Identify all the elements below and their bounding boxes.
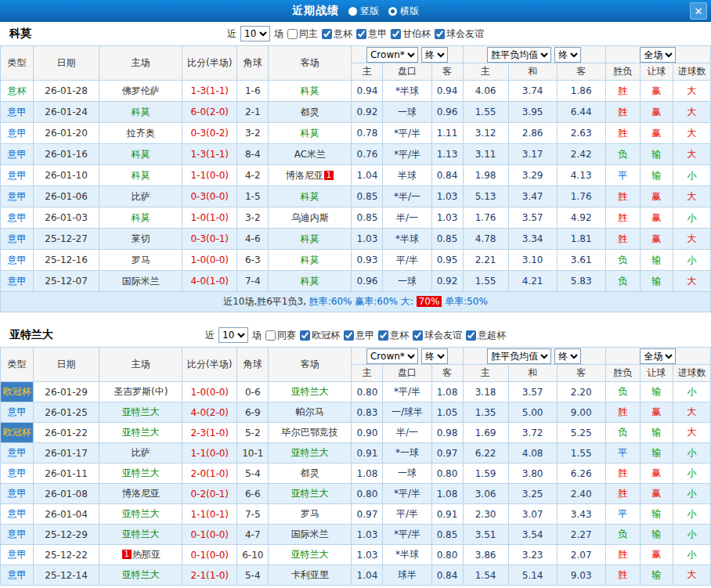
match-score: 1-1(0-0) [182, 165, 237, 186]
filter-option[interactable]: 同主 [287, 27, 318, 41]
home-team-name: 亚特兰大 [122, 528, 160, 539]
radio-horizontal-label: 横版 [400, 5, 419, 18]
odds-company-select[interactable]: Crown* [366, 348, 418, 364]
corners: 6-3 [237, 250, 269, 271]
result-overunder: 大 [673, 186, 710, 207]
filter-option[interactable]: 同赛 [265, 329, 296, 342]
scope-select[interactable]: 全场 [640, 47, 676, 63]
radio-vertical-label: 竖版 [360, 5, 379, 18]
avg-away: 1.86 [557, 81, 605, 102]
filter-checkbox[interactable] [391, 29, 401, 39]
avg-period-select[interactable]: 终 [554, 348, 581, 364]
filter-option[interactable]: 意杯 [378, 329, 409, 342]
match-date: 26-01-20 [34, 123, 99, 144]
result-overunder: 大 [673, 229, 710, 250]
home-team-name: 博洛尼亚 [122, 488, 160, 499]
avg-odds-select[interactable]: 胜平负均值 [487, 47, 551, 63]
avg-draw: 3.29 [508, 165, 557, 186]
filter-checkbox[interactable] [287, 29, 298, 39]
match-count-select[interactable]: 10 [218, 327, 248, 343]
near-label: 近 [205, 329, 215, 342]
close-button[interactable]: ✕ [690, 2, 707, 20]
filter-label: 意甲 [368, 27, 387, 41]
near-label: 近 [227, 27, 236, 41]
avg-home: 1.55 [463, 271, 508, 292]
handicap-line: 一球 [383, 102, 431, 123]
filter-option[interactable]: 意杯 [322, 27, 352, 41]
away-team-name: 亚特兰大 [291, 386, 329, 397]
filter-option[interactable]: 意超杯 [466, 329, 506, 342]
away-team: 科莫 [269, 250, 352, 271]
filter-option[interactable]: 甘伯杯 [391, 27, 431, 41]
away-team: 科莫 [269, 81, 352, 102]
match-row: 意甲26-01-20拉齐奥0-3(0-2)3-2科莫0.78*平/半1.113.… [1, 123, 711, 144]
result-overunder: 小 [673, 464, 710, 484]
filter-checkbox[interactable] [344, 330, 354, 341]
layout-radio-vertical[interactable]: 竖版 [348, 5, 379, 18]
odds-home: 0.83 [352, 402, 383, 423]
filter-checkbox[interactable] [413, 330, 423, 341]
handicap-line: *平/半 [383, 484, 431, 504]
filter-option[interactable]: 意甲 [356, 27, 387, 41]
layout-radio-horizontal[interactable]: 横版 [388, 5, 419, 18]
home-team-name: 科莫 [132, 106, 150, 117]
odds-home: 0.91 [352, 443, 383, 464]
filter-checkbox[interactable] [356, 29, 366, 39]
avg-draw: 3.57 [508, 207, 557, 229]
result-overunder: 小 [673, 504, 710, 525]
handicap-line: *平/半 [383, 382, 431, 402]
stats-segment: 单率:50% [442, 296, 488, 307]
filter-checkbox[interactable] [265, 330, 276, 341]
odds-away: 1.03 [431, 186, 463, 207]
column-header: 客场 [269, 348, 352, 382]
team-filter-bar: 亚特兰大近10场同赛欧冠杯意甲意杯球会友谊意超杯 [0, 323, 711, 347]
result-overunder: 小 [673, 443, 710, 464]
match-date: 26-01-04 [34, 504, 99, 525]
sub-column-header: 主 [463, 365, 508, 382]
match-count-select[interactable]: 10 [240, 26, 270, 41]
avg-period-select[interactable]: 终 [554, 47, 581, 63]
result-overunder: 小 [673, 525, 710, 545]
result-handicap: 输 [640, 423, 673, 443]
odds-group-header: Crown*终 [352, 348, 463, 365]
avg-draw: 3.10 [508, 250, 557, 271]
filter-label: 意杯 [390, 329, 409, 342]
league-type: 意甲 [1, 123, 34, 144]
avg-group-header: 胜平负均值终 [463, 348, 605, 365]
filter-checkbox[interactable] [435, 29, 445, 39]
column-header: 主场 [99, 348, 182, 382]
home-team-name: 科莫 [132, 149, 150, 160]
match-row: 意杯26-01-28佛罗伦萨1-3(1-1)1-6科莫0.94*半球0.944.… [1, 81, 711, 102]
result-overunder: 大 [673, 81, 710, 102]
sub-column-header: 进球数 [673, 365, 710, 382]
odds-home: 0.80 [352, 484, 383, 504]
filter-option[interactable]: 球会友谊 [435, 27, 484, 41]
filter-checkbox[interactable] [378, 330, 388, 341]
odds-period-select[interactable]: 终 [421, 348, 448, 364]
filter-checkbox[interactable] [466, 330, 476, 341]
filter-checkbox[interactable] [322, 29, 332, 39]
scope-select[interactable]: 全场 [640, 348, 676, 364]
column-header: 类型 [1, 46, 34, 81]
filter-checkbox[interactable] [300, 330, 310, 341]
odds-company-select[interactable]: Crown* [366, 47, 418, 63]
away-team-name: 科莫 [301, 233, 319, 244]
sub-column-header: 进球数 [673, 63, 710, 81]
match-date: 26-01-10 [34, 165, 99, 186]
away-team: 帕尔马 [269, 402, 352, 423]
filter-option[interactable]: 欧冠杯 [300, 329, 340, 342]
match-date: 26-01-24 [34, 102, 99, 123]
odds-home: 0.90 [352, 423, 383, 443]
handicap-line: *半球 [383, 545, 431, 565]
header-row: 类型日期主场比分(半场)角球客场Crown*终胜平负均值终全场 [1, 348, 711, 365]
odds-period-select[interactable]: 终 [421, 47, 448, 63]
avg-odds-select[interactable]: 胜平负均值 [487, 348, 551, 364]
games-label: 场 [252, 329, 262, 342]
filter-label: 同赛 [277, 329, 296, 342]
result-wdl: 胜 [605, 229, 640, 250]
avg-home: 4.78 [463, 229, 508, 250]
match-row: 意甲26-01-04亚特兰大1-1(0-1)7-5罗马0.97平/半0.912.… [1, 504, 711, 525]
filter-option[interactable]: 球会友谊 [413, 329, 462, 342]
filter-option[interactable]: 意甲 [344, 329, 374, 342]
away-team-name: 罗马 [301, 508, 319, 519]
